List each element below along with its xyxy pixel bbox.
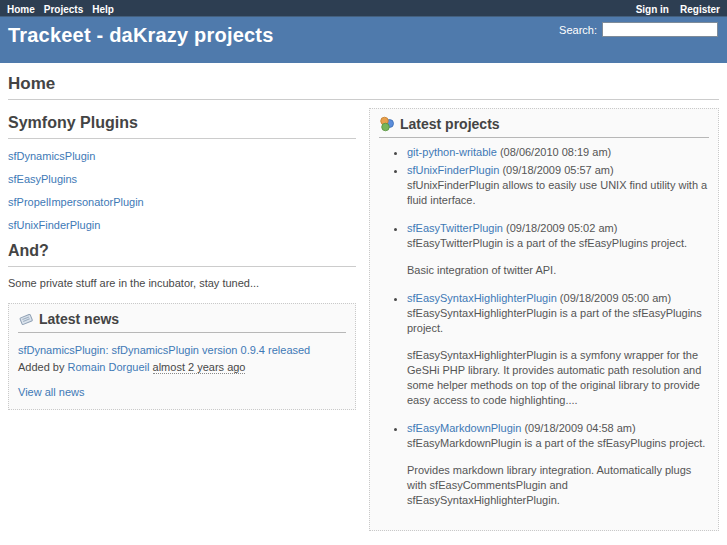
incubator-text: Some private stuff are in the incubator,… — [8, 277, 356, 289]
news-time-ago: almost 2 years ago — [153, 361, 246, 374]
project-list-item: sfEasyTwitterPlugin (09/18/2009 05:02 am… — [407, 221, 709, 278]
project-description: sfEasyTwitterPlugin is a part of the sfE… — [407, 236, 709, 251]
project-list-item: git-python-writable (08/06/2010 08:19 am… — [407, 145, 709, 160]
header: Trackeet - daKrazy projects Search: — [0, 17, 727, 63]
project-description: Provides markdown library integration. A… — [407, 463, 709, 508]
right-column: Latest projects git-python-writable (08/… — [369, 108, 719, 531]
main-content: Home Symfony Plugins sfDynamicsPluginsfE… — [0, 63, 727, 531]
added-by-text: Added by — [18, 361, 64, 373]
project-date: (09/18/2009 05:00 am) — [557, 292, 671, 304]
project-date: (09/18/2009 05:57 am) — [499, 164, 613, 176]
news-item-link[interactable]: sfDynamicsPlugin: sfDynamicsPlugin versi… — [18, 344, 310, 356]
project-date: (08/06/2010 08:19 am) — [497, 146, 611, 158]
plugin-link-row: sfUnixFinderPlugin — [8, 219, 356, 231]
project-description: Basic integration of twitter API. — [407, 263, 709, 278]
project-description: sfUnixFinderPlugin allows to easily use … — [407, 178, 709, 208]
project-link-sfunixfinderplugin[interactable]: sfUnixFinderPlugin — [407, 164, 499, 176]
plugin-link-row: sfEasyPlugins — [8, 173, 356, 185]
project-description: sfEasySyntaxHighlighterPlugin is a symfo… — [407, 348, 709, 408]
project-link-sfeasytwitterplugin[interactable]: sfEasyTwitterPlugin — [407, 222, 503, 234]
project-date: (09/18/2009 05:02 am) — [503, 222, 617, 234]
top-menu-left: HomeProjectsHelp — [7, 0, 123, 17]
projects-icon — [379, 116, 395, 132]
project-list-item: sfEasySyntaxHighlighterPlugin (09/18/200… — [407, 291, 709, 408]
project-description: sfEasySyntaxHighlighterPlugin is a part … — [407, 306, 709, 336]
search-label: Search: — [559, 24, 597, 36]
news-icon — [18, 311, 34, 327]
account-item-sign-in[interactable]: Sign in — [636, 4, 669, 15]
top-menu-item-help[interactable]: Help — [92, 4, 114, 15]
plugins-heading: Symfony Plugins — [8, 114, 356, 139]
quick-search: Search: — [559, 22, 718, 37]
top-menu-item-home[interactable]: Home — [7, 4, 35, 15]
project-link-sfeasysyntaxhighlighterplugin[interactable]: sfEasySyntaxHighlighterPlugin — [407, 292, 557, 304]
top-menu-item-projects[interactable]: Projects — [44, 4, 83, 15]
top-menu: HomeProjectsHelp Sign inRegister — [0, 0, 727, 17]
plugin-link-row: sfPropelImpersonatorPlugin — [8, 196, 356, 208]
top-menu-right: Sign inRegister — [625, 0, 720, 17]
projects-list: git-python-writable (08/06/2010 08:19 am… — [407, 145, 709, 508]
plugin-link-sfdynamicsplugin[interactable]: sfDynamicsPlugin — [8, 150, 95, 162]
project-list-item: sfUnixFinderPlugin (09/18/2009 05:57 am)… — [407, 163, 709, 208]
news-box-title: Latest news — [39, 311, 119, 327]
and-heading: And? — [8, 242, 356, 267]
project-link-git-python-writable[interactable]: git-python-writable — [407, 146, 497, 158]
left-column: Symfony Plugins sfDynamicsPluginsfEasyPl… — [8, 108, 356, 410]
project-date: (09/18/2009 04:58 am) — [521, 422, 635, 434]
plugin-link-sfpropelimpersonatorplugin[interactable]: sfPropelImpersonatorPlugin — [8, 196, 144, 208]
plugin-links: sfDynamicsPluginsfEasyPluginssfPropelImp… — [8, 150, 356, 231]
latest-projects-box: Latest projects git-python-writable (08/… — [369, 108, 719, 531]
project-list-item: sfEasyMarkdownPlugin (09/18/2009 04:58 a… — [407, 421, 709, 508]
page-title: Home — [8, 71, 719, 100]
projects-box-title: Latest projects — [400, 116, 500, 132]
account-item-register[interactable]: Register — [680, 4, 720, 15]
plugin-link-sfeasyplugins[interactable]: sfEasyPlugins — [8, 173, 77, 185]
project-link-sfeasymarkdownplugin[interactable]: sfEasyMarkdownPlugin — [407, 422, 521, 434]
plugin-link-row: sfDynamicsPlugin — [8, 150, 356, 162]
view-all-news-link[interactable]: View all news — [18, 386, 84, 398]
project-description: sfEasyMarkdownPlugin is a part of the sf… — [407, 436, 709, 451]
search-input[interactable] — [602, 22, 718, 37]
news-item-meta: Added by Romain Dorgueil almost 2 years … — [18, 361, 346, 373]
latest-news-box: Latest news sfDynamicsPlugin: sfDynamics… — [8, 303, 356, 410]
plugin-link-sfunixfinderplugin[interactable]: sfUnixFinderPlugin — [8, 219, 100, 231]
news-author-link[interactable]: Romain Dorgueil — [68, 361, 150, 373]
